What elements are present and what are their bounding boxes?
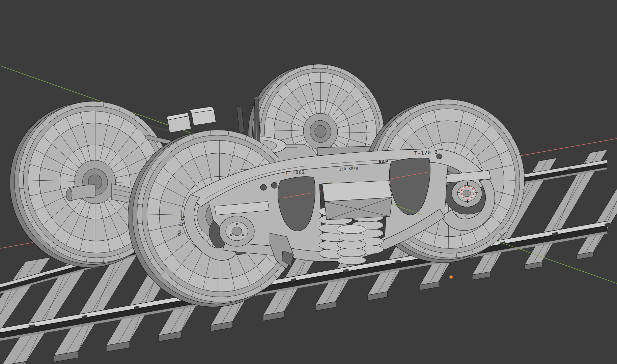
coil-spring[interactable] bbox=[337, 225, 366, 265]
rail-clip bbox=[568, 169, 571, 171]
axle-journal-end bbox=[66, 189, 72, 201]
object-origin-dot bbox=[449, 275, 453, 279]
frame-hole-b bbox=[271, 182, 277, 188]
viewport-container[interactable]: Г-1062 150 KMPH ААР Т-120 В НБ 1246 bbox=[0, 0, 617, 364]
bearing-cap-left-bolt1 bbox=[236, 223, 238, 225]
3d-viewport[interactable]: Г-1062 150 KMPH ААР Т-120 В НБ 1246 bbox=[0, 0, 617, 364]
rail-clip bbox=[45, 274, 49, 276]
frame-marking-type: Т-120 В bbox=[414, 149, 438, 156]
bolster-end-box[interactable] bbox=[322, 181, 392, 220]
frame-hole-a bbox=[260, 184, 267, 190]
bearing-cap-left-bolt3 bbox=[242, 234, 244, 236]
bearing-cap-right-inner bbox=[463, 190, 471, 197]
bearing-cap-left-inner bbox=[232, 227, 242, 236]
frame-marking-model: Г-1062 bbox=[286, 169, 305, 176]
bearing-cap-left-bolt2 bbox=[230, 234, 232, 236]
frame-marking-standard: ААР bbox=[378, 158, 389, 165]
kingpin-top bbox=[254, 97, 259, 100]
